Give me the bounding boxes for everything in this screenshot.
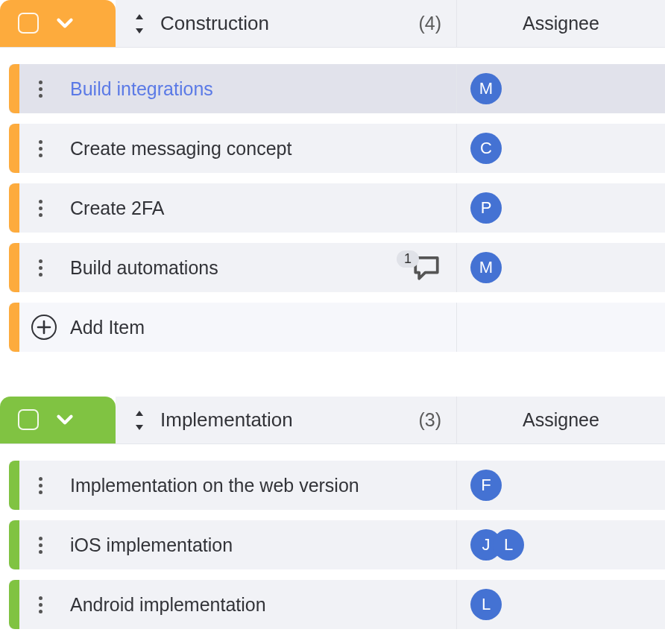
avatar[interactable]: M <box>470 73 502 104</box>
avatar[interactable]: L <box>493 529 524 561</box>
add-item-row[interactable]: Add Item <box>9 303 665 352</box>
row-color-stripe <box>9 303 19 352</box>
sort-icon[interactable] <box>132 14 147 34</box>
row-color-stripe <box>9 461 19 510</box>
task-title[interactable]: Android implementation <box>70 594 446 616</box>
task-title[interactable]: Build integrations <box>70 78 446 100</box>
group-implementation: Implementation(3)AssigneeImplementation … <box>0 397 665 629</box>
task-title[interactable]: Create 2FA <box>70 198 446 219</box>
group-count: (4) <box>418 13 441 34</box>
row-color-stripe <box>9 243 19 292</box>
group-collapse-pill[interactable] <box>0 0 116 47</box>
task-title[interactable]: Implementation on the web version <box>70 475 446 496</box>
chevron-down-icon[interactable] <box>52 10 78 36</box>
drag-handle[interactable] <box>31 596 70 613</box>
row-color-stripe <box>9 520 19 569</box>
group-name-cell[interactable]: Construction(4) <box>116 0 457 47</box>
more-dots-icon <box>39 477 42 494</box>
sort-icon[interactable] <box>132 411 147 430</box>
group-count: (3) <box>418 409 441 431</box>
assignee-avatars[interactable]: M <box>470 73 502 104</box>
assignee-cell[interactable]: JL <box>457 520 665 569</box>
assignee-avatars[interactable]: M <box>470 252 502 283</box>
task-row[interactable]: iOS implementationJL <box>9 520 665 569</box>
drag-handle[interactable] <box>31 259 70 277</box>
task-row[interactable]: Build automations1M <box>9 243 665 292</box>
assignee-cell[interactable]: F <box>457 461 665 510</box>
more-dots-icon <box>39 537 42 554</box>
chevron-down-icon[interactable] <box>52 407 78 432</box>
task-name-cell[interactable]: Create 2FA <box>19 183 457 233</box>
assignee-cell[interactable]: P <box>457 183 665 233</box>
group-name-cell[interactable]: Implementation(3) <box>116 397 457 443</box>
group-collapse-pill[interactable] <box>0 397 116 443</box>
task-title[interactable]: iOS implementation <box>70 534 446 556</box>
task-name-cell[interactable]: Create messaging concept <box>19 124 457 173</box>
assignee-avatars[interactable]: C <box>470 133 502 164</box>
row-color-stripe <box>9 183 19 233</box>
avatar[interactable]: F <box>470 470 502 501</box>
group-title: Construction <box>160 12 405 35</box>
plus-circle-icon[interactable] <box>31 315 57 340</box>
comment-indicator[interactable]: 1 <box>389 254 441 281</box>
task-row[interactable]: Create messaging conceptC <box>9 124 665 173</box>
avatar[interactable]: M <box>470 252 502 283</box>
group-header: Implementation(3)Assignee <box>0 397 665 444</box>
group-header: Construction(4)Assignee <box>0 0 665 48</box>
task-title[interactable]: Build automations <box>70 257 389 279</box>
more-dots-icon <box>39 80 42 98</box>
comment-count: 1 <box>397 250 419 268</box>
task-name-cell[interactable]: iOS implementation <box>19 520 457 569</box>
drag-handle[interactable] <box>31 80 70 98</box>
task-name-cell[interactable]: Android implementation <box>19 580 457 629</box>
assignee-avatars[interactable]: JL <box>470 529 524 561</box>
task-rows: Implementation on the web versionFiOS im… <box>0 461 665 629</box>
column-header-assignee[interactable]: Assignee <box>457 0 665 47</box>
group-select-checkbox[interactable] <box>18 13 39 34</box>
assignee-avatars[interactable]: F <box>470 470 502 501</box>
assignee-cell[interactable]: M <box>457 64 665 113</box>
group-construction: Construction(4)AssigneeBuild integration… <box>0 0 665 352</box>
drag-handle[interactable] <box>31 477 70 494</box>
drag-handle[interactable] <box>31 537 70 554</box>
assignee-avatars[interactable]: L <box>470 589 502 620</box>
assignee-cell[interactable]: C <box>457 124 665 173</box>
drag-handle[interactable] <box>31 200 70 217</box>
row-color-stripe <box>9 124 19 173</box>
task-name-cell[interactable]: Build integrations <box>19 64 457 113</box>
group-select-checkbox[interactable] <box>18 409 39 430</box>
group-title: Implementation <box>160 408 405 432</box>
avatar[interactable]: C <box>470 133 502 164</box>
row-color-stripe <box>9 580 19 629</box>
avatar[interactable]: L <box>470 589 502 620</box>
task-row[interactable]: Android implementationL <box>9 580 665 629</box>
assignee-cell[interactable]: M <box>457 243 665 292</box>
add-item-label: Add Item <box>70 317 145 338</box>
more-dots-icon <box>39 140 42 157</box>
task-row[interactable]: Build integrationsM <box>9 64 665 113</box>
task-name-cell[interactable]: Build automations1 <box>19 243 457 292</box>
task-row[interactable]: Create 2FAP <box>9 183 665 233</box>
more-dots-icon <box>39 259 42 277</box>
row-color-stripe <box>9 64 19 113</box>
task-name-cell[interactable]: Implementation on the web version <box>19 461 457 510</box>
task-row[interactable]: Implementation on the web versionF <box>9 461 665 510</box>
assignee-avatars[interactable]: P <box>470 192 502 224</box>
avatar[interactable]: P <box>470 192 502 224</box>
assignee-cell[interactable]: L <box>457 580 665 629</box>
assignee-cell[interactable] <box>457 303 665 352</box>
column-header-assignee[interactable]: Assignee <box>457 397 665 443</box>
task-rows: Build integrationsMCreate messaging conc… <box>0 64 665 352</box>
more-dots-icon <box>39 200 42 217</box>
drag-handle[interactable] <box>31 140 70 157</box>
task-title[interactable]: Create messaging concept <box>70 138 446 160</box>
add-item-cell[interactable]: Add Item <box>19 303 457 352</box>
more-dots-icon <box>39 596 42 613</box>
